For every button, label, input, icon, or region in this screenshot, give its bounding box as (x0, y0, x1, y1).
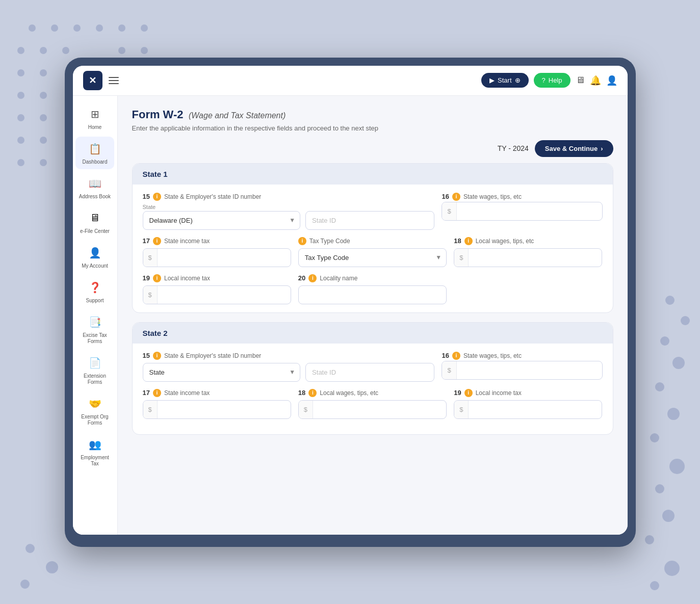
sidebar-label-exempt-org: Exempt Org Forms (79, 414, 111, 426)
state1-field15-num: 15 (143, 193, 150, 200)
state1-local-income-prefix: $ (143, 286, 158, 304)
state1-field19-group: 19 i Local income tax $ (143, 274, 291, 304)
state1-local-income-input[interactable] (158, 286, 291, 304)
exempt-org-icon: 🤝 (87, 396, 103, 412)
save-continue-button[interactable]: Save & Continue › (535, 140, 613, 157)
start-button[interactable]: ▶ Start ⊕ (481, 73, 528, 88)
sidebar-item-efile-center[interactable]: 🖥 e-File Center (75, 206, 114, 239)
app-logo: ✕ (83, 71, 102, 90)
state1-field18-info-icon[interactable]: i (464, 237, 473, 245)
save-continue-chevron: › (601, 145, 603, 152)
state2-wages-prefix: $ (442, 361, 456, 379)
state2-local-income-prefix: $ (454, 401, 469, 418)
sidebar-item-home[interactable]: ⊞ Home (75, 102, 114, 135)
help-button[interactable]: ? Help (534, 73, 571, 88)
state2-field17-label: State income tax (164, 389, 210, 397)
screen-icon: 🖥 (576, 75, 585, 86)
help-circle-icon: ? (542, 76, 546, 84)
sidebar-label-efile: e-File Center (80, 228, 110, 234)
state1-row-15-16: 15 i State & Employer's state ID number … (143, 193, 603, 230)
state1-taxtype-label: Tax Type Code (309, 238, 350, 245)
state1-locality-input[interactable] (298, 285, 447, 304)
state2-state-income-wrap: $ (143, 400, 291, 419)
state1-field15-info-icon[interactable]: i (153, 193, 161, 201)
page-description: Enter the applicable information in the … (132, 124, 613, 132)
state2-field19-info-icon[interactable]: i (464, 389, 473, 397)
logo-icon: ✕ (89, 75, 96, 86)
screen-icon-button[interactable]: 🖥 (576, 75, 585, 86)
state2-local-income-input[interactable] (469, 401, 602, 418)
state1-local-wages-input[interactable] (469, 249, 602, 267)
state1-taxtype-select[interactable]: Tax Type Code (298, 248, 447, 267)
state2-field17-num: 17 (143, 389, 150, 397)
efile-icon: 🖥 (87, 210, 103, 226)
state2-section: State 2 15 i State & Employer's state ID… (132, 322, 613, 435)
state2-wages-input[interactable] (457, 361, 602, 379)
state1-field17-num: 17 (143, 237, 150, 245)
state1-field15-label: State & Employer's state ID number (164, 193, 261, 200)
sidebar-item-address-book[interactable]: 📖 Address Book (75, 171, 114, 204)
start-label: Start (498, 76, 511, 84)
sidebar-item-employment-tax[interactable]: 👥 Employment Tax (75, 432, 114, 471)
state1-stateid-input[interactable] (305, 211, 434, 230)
sidebar-item-support[interactable]: ❓ Support (75, 275, 114, 308)
state2-field18-label: Local wages, tips, etc (320, 389, 378, 397)
state1-stateid-wrap: State (305, 204, 434, 230)
state1-state-select[interactable]: Delaware (DE) (143, 211, 301, 230)
state2-field18-info-icon[interactable]: i (308, 389, 317, 397)
state2-field17-label-row: 17 i State income tax (143, 389, 291, 397)
sidebar-item-exempt-org[interactable]: 🤝 Exempt Org Forms (75, 391, 114, 430)
state1-wages-input[interactable] (457, 202, 602, 220)
page-subtitle: (Wage and Tax Statement) (189, 111, 286, 120)
sidebar: ⊞ Home 📋 Dashboard 📖 Address Book 🖥 e-Fi… (73, 96, 118, 535)
state1-taxtype-info-icon[interactable]: i (298, 237, 306, 245)
state2-field15-info-icon[interactable]: i (153, 352, 161, 360)
excise-tax-icon: 📑 (87, 314, 103, 330)
extension-forms-icon: 📄 (87, 355, 103, 371)
sidebar-item-extension-forms[interactable]: 📄 Extension Forms (75, 351, 114, 389)
state1-field19-info-icon[interactable]: i (153, 274, 161, 282)
state1-field18-num: 18 (454, 237, 461, 245)
state2-field18-label-row: 18 i Local wages, tips, etc (298, 389, 447, 397)
sidebar-item-excise-tax[interactable]: 📑 Excise Tax Forms (75, 310, 114, 349)
user-circle-icon: 👤 (606, 75, 617, 86)
state1-field20-info-icon[interactable]: i (308, 274, 317, 282)
support-icon: ❓ (87, 279, 103, 296)
top-bar-right: ▶ Start ⊕ ? Help 🖥 🔔 👤 (481, 73, 617, 88)
state1-field15-group: 15 i State & Employer's state ID number … (143, 193, 435, 230)
state2-field17-info-icon[interactable]: i (153, 389, 161, 397)
state1-header: State 1 (133, 164, 613, 185)
state2-field17-group: 17 i State income tax $ (143, 389, 291, 419)
state2-stateid-input[interactable] (305, 363, 434, 382)
state2-field15-label: State & Employer's state ID number (164, 352, 261, 359)
state1-row-19-20: 19 i Local income tax $ (143, 274, 603, 304)
state1-field16-info-icon[interactable]: i (452, 193, 460, 201)
state2-field15-label-row: 15 i State & Employer's state ID number (143, 352, 435, 360)
state2-local-wages-input[interactable] (313, 401, 446, 418)
state2-state-income-input[interactable] (158, 401, 291, 418)
state1-state-income-wrap: $ (143, 248, 291, 267)
state1-field20-group: 20 i Locality name (298, 274, 447, 304)
hamburger-menu[interactable] (109, 77, 119, 84)
sidebar-label-extension-forms: Extension Forms (79, 373, 111, 385)
ty-bar: TY - 2024 Save & Continue › (132, 140, 613, 157)
state2-field16-label: State wages, tips, etc (463, 352, 522, 359)
state2-state-select[interactable]: State (143, 363, 301, 382)
state1-local-income-wrap: $ (143, 285, 291, 304)
state2-field16-info-icon[interactable]: i (452, 352, 460, 360)
state1-field17-info-icon[interactable]: i (153, 237, 161, 245)
state2-state-income-prefix: $ (143, 401, 158, 418)
state1-body: 15 i State & Employer's state ID number … (133, 185, 613, 312)
notifications-button[interactable]: 🔔 (590, 75, 601, 86)
ty-label: TY - 2024 (498, 144, 529, 152)
account-button[interactable]: 👤 (606, 75, 617, 86)
sidebar-label-account: My Account (82, 263, 108, 269)
sidebar-label-support: Support (86, 298, 103, 304)
sidebar-item-dashboard[interactable]: 📋 Dashboard (75, 137, 114, 169)
state2-field15-group: 15 i State & Employer's state ID number … (143, 352, 435, 382)
state2-local-income-wrap: $ (454, 400, 602, 419)
state1-state-income-prefix: $ (143, 249, 158, 267)
state1-state-income-input[interactable] (158, 249, 291, 267)
browser-window: ✕ ▶ Start ⊕ ? Help 🖥 (65, 58, 636, 547)
sidebar-item-my-account[interactable]: 👤 My Account (75, 241, 114, 273)
